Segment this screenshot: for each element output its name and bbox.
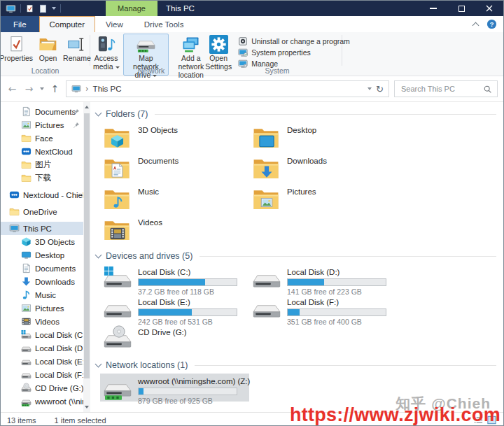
refresh-icon[interactable]: ↻ [376, 84, 384, 94]
help-icon[interactable] [486, 19, 497, 29]
close-icon [486, 5, 493, 12]
sidebar-item-this-pc[interactable]: This PC [1, 222, 90, 235]
videos-icon [21, 316, 31, 327]
scroll-down-icon[interactable] [85, 406, 89, 409]
sidebar-item-label: Local Disk (C:) [35, 331, 88, 339]
separator [60, 4, 61, 13]
address-dropdown-caret-icon[interactable] [368, 87, 372, 90]
sidebar-item-label: Pictures [35, 121, 64, 129]
properties-qat-icon[interactable] [25, 4, 34, 13]
tile-local-disk-f[interactable]: Local Disk (F:) 351 GB free of 400 GB [249, 294, 398, 325]
desktop-icon [21, 250, 31, 260]
scrollbar-thumb[interactable] [84, 113, 90, 378]
capacity-bar [138, 388, 237, 395]
group-label-location: Location [1, 66, 90, 75]
capacity-bar-fill [139, 279, 205, 285]
scroll-up-icon[interactable] [85, 106, 89, 108]
search-input[interactable] [400, 84, 480, 94]
tab-view[interactable]: View [95, 16, 134, 32]
tile-label: Videos [138, 218, 162, 228]
tile-local-disk-c[interactable]: Local Disk (C:) 37.2 GB free of 118 GB [100, 264, 249, 294]
sidebar-item-wwwroot[interactable]: wwwroot (\\nim [1, 395, 90, 408]
ribbon-tab-strip: File Computer View Drive Tools [1, 16, 503, 32]
minimize-button[interactable] [419, 1, 447, 16]
sidebar-item-videos[interactable]: Videos [1, 315, 90, 328]
sidebar-item-nextcloud-chieh[interactable]: Nextcloud - Chieh [1, 188, 90, 201]
tile-videos[interactable]: Videos [100, 215, 249, 246]
sidebar-item-onedrive[interactable]: OneDrive [1, 205, 90, 218]
tile-wwwroot[interactable]: wwwroot (\\nimingshe.com) (Z:) 879 GB fr… [100, 374, 249, 402]
sidebar-item-label: Face [35, 134, 53, 143]
sidebar-item-nextcloud[interactable]: NextCloud [1, 145, 90, 158]
customize-qat-caret-icon[interactable] [52, 7, 56, 10]
breadcrumb[interactable]: This PC [93, 85, 122, 93]
tile-3d-objects[interactable]: 3D Objects [100, 122, 249, 153]
tile-pictures[interactable]: Pictures [249, 184, 398, 215]
sidebar-item-label: Documents [35, 264, 76, 273]
tile-downloads[interactable]: Downloads [249, 153, 398, 184]
sidebar-item-downloads[interactable]: Downloads [1, 275, 90, 288]
tile-documents[interactable]: Documents [100, 153, 249, 184]
tile-desktop[interactable]: Desktop [249, 122, 398, 153]
ribbon-group-network: Access media Map network drive Add a net… [90, 32, 212, 76]
sidebar-item-pictures-pc[interactable]: Pictures [1, 301, 90, 315]
gear-icon [209, 35, 228, 54]
tile-cd-drive-g[interactable]: CD Drive (G:) [100, 325, 249, 355]
group-header-folders[interactable]: Folders (7) [96, 107, 496, 121]
tile-local-disk-d[interactable]: Local Disk (D:) 141 GB free of 223 GB [249, 264, 398, 294]
content-area: Documents Pictures Face NextCloud 图片 [1, 102, 503, 412]
forward-icon[interactable]: → [23, 83, 35, 94]
ribbon-group-location: Properties Open Rename Location [1, 32, 90, 76]
group-header-network-locations[interactable]: Network locations (1) [96, 358, 496, 372]
sidebar-item-cd-drive-g[interactable]: CD Drive (G:) [1, 381, 90, 395]
pictures-icon [21, 303, 31, 313]
sidebar-item-downloads-cn[interactable]: 下载 [1, 171, 90, 185]
close-button[interactable] [475, 1, 503, 16]
file-list-pane: Folders (7) 3D Objects Desktop [90, 102, 503, 412]
open-folder-icon [38, 35, 57, 54]
title-bar: Manage This PC [1, 1, 503, 16]
sidebar-item-desktop[interactable]: Desktop [1, 248, 90, 262]
sidebar-item-local-disk-c[interactable]: Local Disk (C:) [1, 328, 90, 341]
tab-drive-tools[interactable]: Drive Tools [134, 16, 195, 32]
sidebar-item-documents[interactable]: Documents [1, 105, 90, 118]
capacity-bar-fill [288, 279, 324, 285]
this-pc-icon [71, 84, 81, 94]
address-bar[interactable]: › This PC ↻ [66, 80, 389, 97]
collapse-ribbon-icon[interactable] [472, 22, 479, 29]
sidebar-item-local-disk-f[interactable]: Local Disk (F:) [1, 368, 90, 381]
maximize-button[interactable] [447, 1, 475, 16]
collapse-chevron-icon [95, 361, 102, 368]
tab-computer[interactable]: Computer [39, 16, 96, 32]
tile-label: Local Disk (C:) [138, 267, 237, 278]
sidebar-item-3d-objects[interactable]: 3D Objects [1, 235, 90, 248]
back-icon[interactable]: ← [6, 83, 18, 94]
drive-icon [104, 297, 132, 323]
search-box[interactable] [394, 80, 498, 97]
manage-contextual-tab[interactable]: Manage [106, 1, 158, 16]
cd-drive-icon [104, 327, 132, 353]
group-header-devices[interactable]: Devices and drives (5) [96, 249, 496, 263]
sidebar-scrollbar[interactable] [83, 102, 90, 412]
tab-file[interactable]: File [1, 16, 39, 32]
up-icon[interactable]: ↑ [49, 83, 61, 94]
tile-local-disk-e[interactable]: Local Disk (E:) 242 GB free of 531 GB [100, 294, 249, 325]
breadcrumb-separator: › [85, 84, 89, 94]
sidebar-item-face[interactable]: Face [1, 132, 90, 145]
system-properties-button[interactable]: System properties [237, 48, 351, 57]
new-folder-qat-icon[interactable] [38, 4, 48, 13]
3d-objects-folder-icon [104, 125, 132, 151]
drive-icon [21, 356, 31, 367]
sidebar-item-local-disk-d[interactable]: Local Disk (D:) [1, 341, 90, 355]
recent-locations-caret-icon[interactable] [40, 87, 44, 90]
pin-icon [73, 108, 80, 115]
sidebar-item-music[interactable]: Music [1, 288, 90, 301]
sidebar-item-documents-pc[interactable]: Documents [1, 262, 90, 275]
button-label: Properties [0, 55, 33, 63]
tile-music[interactable]: Music [100, 184, 249, 215]
uninstall-program-button[interactable]: Uninstall or change a program [237, 36, 351, 46]
sidebar-item-pictures[interactable]: Pictures [1, 118, 90, 132]
sidebar-item-label: Pictures [35, 304, 64, 313]
sidebar-item-pictures-cn[interactable]: 图片 [1, 158, 90, 171]
sidebar-item-local-disk-e[interactable]: Local Disk (E:) [1, 355, 90, 368]
